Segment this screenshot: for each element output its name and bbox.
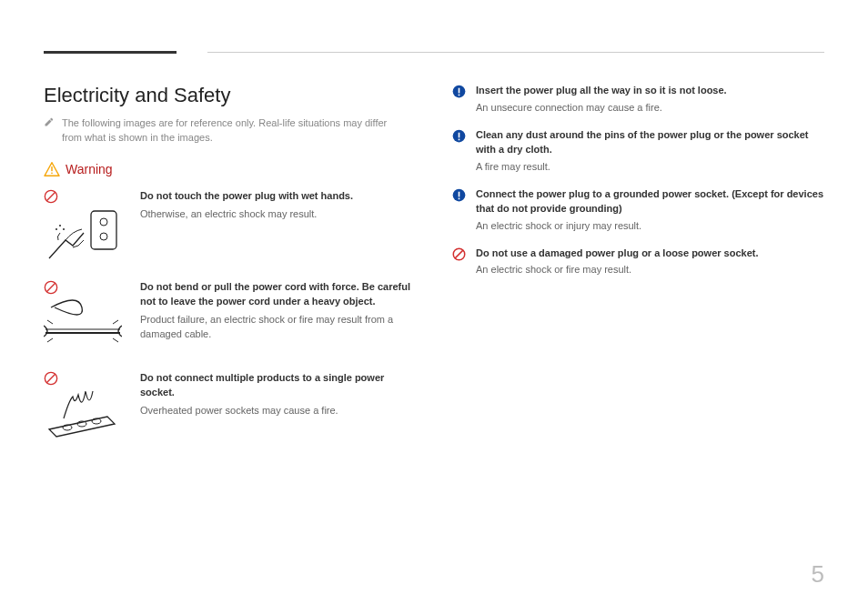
svg-rect-21 — [459, 133, 460, 138]
safety-item: Do not connect multiple products to a si… — [44, 371, 416, 442]
safety-sub: An electric shock or injury may result. — [476, 219, 824, 234]
svg-rect-19 — [459, 95, 460, 96]
warning-heading: Warning — [44, 162, 416, 176]
right-column: Insert the power plug all the way in so … — [452, 51, 824, 462]
svg-rect-4 — [91, 211, 116, 249]
safety-item: Do not use a damaged power plug or a loo… — [452, 247, 824, 278]
svg-rect-24 — [459, 191, 460, 196]
svg-rect-0 — [51, 166, 52, 171]
safety-sub: Product failure, an electric shock or fi… — [140, 313, 416, 342]
svg-line-27 — [455, 250, 463, 258]
safety-title: Do not bend or pull the power cord with … — [140, 280, 416, 309]
safety-text: Clean any dust around the pins of the po… — [476, 128, 824, 175]
safety-title: Connect the power plug to a grounded pow… — [476, 187, 824, 216]
svg-line-3 — [46, 192, 55, 200]
illustration-bent-cord — [44, 297, 122, 351]
svg-rect-22 — [459, 139, 460, 141]
figure-column — [44, 371, 126, 442]
svg-rect-18 — [459, 88, 460, 94]
page-number: 5 — [812, 560, 824, 589]
svg-point-9 — [63, 228, 65, 230]
notice-icon — [452, 187, 467, 234]
safety-text: Insert the power plug all the way in so … — [476, 84, 727, 116]
prohibit-icon — [44, 371, 58, 386]
rule-thick — [44, 51, 177, 54]
svg-line-11 — [46, 283, 55, 291]
safety-item: Clean any dust around the pins of the po… — [452, 128, 824, 175]
safety-text: Do not touch the power plug with wet han… — [140, 189, 416, 260]
left-column: Electricity and Safety The following ima… — [44, 51, 416, 462]
reference-note-text: The following images are for reference o… — [62, 116, 409, 146]
safety-item: Do not bend or pull the power cord with … — [44, 280, 416, 351]
svg-point-7 — [56, 228, 57, 230]
safety-item: Connect the power plug to a grounded pow… — [452, 187, 824, 234]
notice-icon — [452, 84, 467, 116]
safety-sub: An unsecure connection may cause a fire. — [476, 101, 727, 116]
page: Electricity and Safety The following ima… — [0, 0, 868, 462]
safety-text: Do not connect multiple products to a si… — [140, 371, 416, 442]
safety-item: Do not touch the power plug with wet han… — [44, 189, 416, 260]
safety-item: Insert the power plug all the way in so … — [452, 84, 824, 116]
reference-note: The following images are for reference o… — [44, 116, 416, 146]
notice-icon — [452, 128, 467, 175]
rule-thin — [207, 52, 824, 53]
section-heading: Electricity and Safety — [44, 84, 416, 107]
prohibit-icon — [44, 189, 58, 204]
safety-sub: Otherwise, an electric shock may result. — [140, 207, 416, 222]
svg-rect-1 — [51, 173, 52, 174]
prohibit-icon — [44, 280, 58, 295]
safety-text: Do not bend or pull the power cord with … — [140, 280, 416, 351]
illustration-wet-hands — [44, 206, 122, 260]
safety-text: Do not use a damaged power plug or a loo… — [476, 247, 759, 278]
safety-title: Insert the power plug all the way in so … — [476, 84, 727, 98]
safety-sub: A fire may result. — [476, 160, 824, 175]
safety-title: Do not touch the power plug with wet han… — [140, 189, 416, 204]
warning-label: Warning — [66, 162, 113, 176]
svg-point-8 — [59, 225, 61, 226]
svg-line-13 — [46, 374, 55, 382]
figure-column — [44, 189, 126, 260]
svg-point-5 — [100, 218, 107, 226]
safety-sub: Overheated power sockets may cause a fir… — [140, 404, 416, 418]
warning-triangle-icon — [44, 162, 60, 176]
illustration-overloaded-socket — [44, 388, 122, 442]
figure-column — [44, 280, 126, 351]
safety-text: Connect the power plug to a grounded pow… — [476, 187, 824, 234]
safety-title: Do not connect multiple products to a si… — [140, 371, 416, 400]
safety-sub: An electric shock or fire may result. — [476, 263, 759, 277]
prohibit-icon — [452, 247, 467, 278]
safety-title: Clean any dust around the pins of the po… — [476, 128, 824, 157]
pencil-icon — [44, 116, 55, 127]
svg-rect-25 — [459, 197, 460, 199]
top-rule — [44, 51, 824, 58]
svg-point-6 — [100, 233, 107, 240]
safety-title: Do not use a damaged power plug or a loo… — [476, 247, 759, 261]
